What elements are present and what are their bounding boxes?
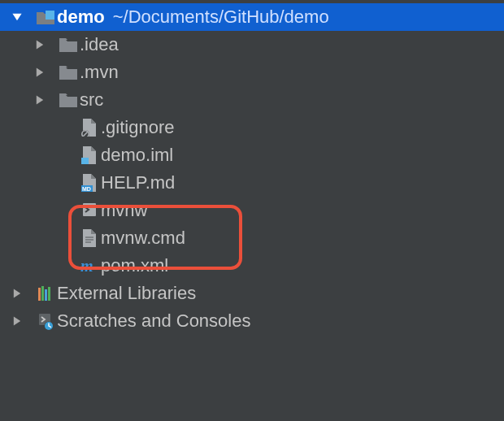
tree-item-src[interactable]: src [0,86,504,114]
file-md-icon: MD [78,174,101,192]
svg-rect-15 [48,287,50,301]
tree-item-gitignore[interactable]: .gitignore [0,114,504,141]
module-folder-icon [34,10,57,24]
tree-item-scratches[interactable]: Scratches and Consoles [0,307,504,335]
svg-text:m: m [80,257,93,275]
item-label: Scratches and Consoles [57,310,250,332]
item-label: demo.iml [101,145,173,166]
tree-item-idea[interactable]: .idea [0,31,504,59]
folder-icon [57,65,80,80]
svg-rect-12 [38,288,41,301]
chevron-right-icon[interactable] [34,67,57,78]
svg-rect-13 [41,286,44,301]
item-label: mvnw.cmd [101,228,185,249]
item-label: HELP.md [101,172,175,193]
tree-root-row[interactable]: demo ~/Documents/GitHub/demo [0,3,504,31]
item-label: mvnw [101,200,147,221]
tree-item-helpmd[interactable]: MD HELP.md [0,169,504,197]
chevron-right-icon[interactable] [34,39,57,50]
item-label: External Libraries [57,283,196,304]
file-sh-icon [78,202,101,219]
root-path: ~/Documents/GitHub/demo [113,7,329,28]
folder-icon [57,37,80,52]
root-name: demo [57,7,105,28]
svg-rect-14 [45,289,47,301]
scratches-icon [34,312,57,330]
item-label: .gitignore [101,117,175,138]
tree-item-external-libraries[interactable]: External Libraries [0,280,504,307]
file-iml-icon [78,146,101,164]
tree-item-mvn[interactable]: .mvn [0,59,504,86]
folder-icon [57,93,80,107]
file-ignore-icon [78,119,101,137]
file-maven-icon: m [78,257,101,275]
file-txt-icon [78,229,101,247]
tree-item-iml[interactable]: demo.iml [0,141,504,169]
item-label: pom.xml [101,255,168,276]
tree-item-pom[interactable]: m pom.xml [0,252,504,280]
item-label: .mvn [80,62,119,83]
item-label: .idea [80,34,119,55]
svg-rect-4 [81,158,89,164]
svg-rect-0 [46,11,54,20]
chevron-right-icon[interactable] [11,315,34,327]
chevron-down-icon[interactable] [11,11,34,23]
libraries-icon [34,284,57,302]
chevron-right-icon[interactable] [11,288,34,299]
svg-text:MD: MD [82,186,91,192]
project-tree[interactable]: demo ~/Documents/GitHub/demo .idea .mvn … [0,0,504,335]
item-label: src [80,89,103,111]
tree-item-mvnw[interactable]: mvnw [0,197,504,224]
tree-item-mvnwcmd[interactable]: mvnw.cmd [0,224,504,252]
chevron-right-icon[interactable] [34,94,57,106]
